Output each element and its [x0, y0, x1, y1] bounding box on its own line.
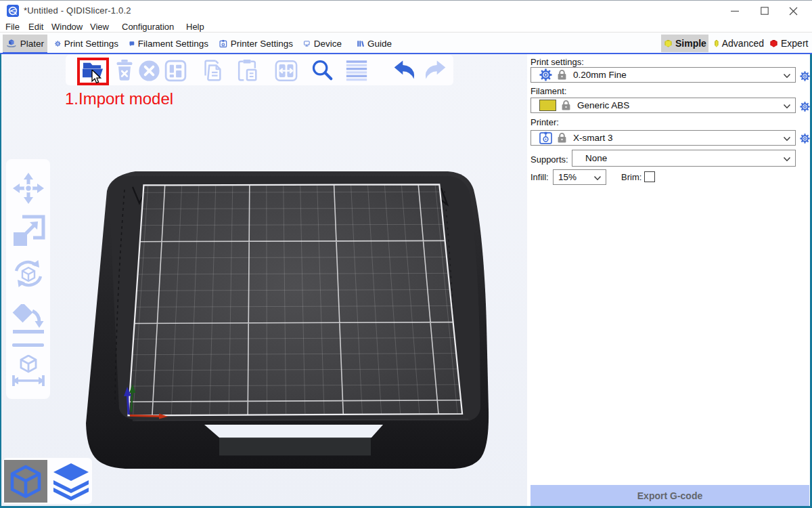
supports-combo[interactable]: None: [572, 150, 796, 167]
redo-icon: [423, 60, 447, 81]
plater-icon: [6, 38, 17, 49]
export-gcode-button[interactable]: Export G-code: [531, 485, 809, 506]
chevron-down-icon: [783, 156, 791, 162]
close-icon: [789, 7, 798, 16]
lock-icon: [561, 100, 571, 111]
mode-expert-icon: [770, 40, 777, 47]
main-area: 1.Import model Print settings: 0.20mm Fi…: [0, 54, 812, 508]
toolbar-delete-all-button[interactable]: [137, 58, 161, 83]
scale-icon: [12, 215, 45, 246]
menu-item-window[interactable]: Window: [51, 22, 83, 32]
delete-icon: [113, 58, 136, 83]
print-settings-icon: [55, 38, 61, 49]
toolbar-redo-button[interactable]: [423, 58, 447, 83]
view-preview-button[interactable]: [50, 460, 92, 503]
measure-icon: [11, 355, 46, 386]
left-toolbar-move-button[interactable]: [11, 173, 46, 204]
infill-combo[interactable]: 15%: [553, 169, 606, 185]
close-button[interactable]: [780, 1, 807, 21]
filament-gear-button[interactable]: [799, 101, 810, 112]
left-toolbar-separator: [12, 343, 44, 347]
gear-icon: [800, 133, 810, 144]
lock-icon: [557, 132, 567, 144]
left-toolbar: [6, 159, 50, 399]
variable-layer-height-icon: [344, 59, 369, 83]
printer-settings-icon: [219, 38, 227, 49]
printer-combo[interactable]: X-smart 3: [531, 130, 796, 146]
chevron-down-icon: [783, 104, 791, 109]
guide-icon: [357, 38, 364, 49]
left-toolbar-measure-button[interactable]: [11, 355, 46, 386]
brim-checkbox[interactable]: [644, 171, 655, 182]
app-icon: [7, 5, 19, 17]
print-settings-combo[interactable]: 0.20mm Fine: [531, 67, 796, 83]
minimize-button[interactable]: [721, 1, 748, 21]
split-to-objects-icon: [274, 59, 298, 83]
toolbar-arrange-button[interactable]: [163, 58, 187, 83]
tab-guide[interactable]: Guide: [353, 35, 395, 53]
gear-icon: [800, 102, 810, 112]
left-toolbar-rotate-button[interactable]: [11, 258, 46, 289]
toolbar-search-button[interactable]: [310, 58, 334, 83]
mouse-cursor: [91, 70, 103, 87]
annotation-step-label: 1.Import model: [65, 89, 173, 108]
menu-item-help[interactable]: Help: [186, 22, 204, 32]
grid-surface: [129, 184, 463, 415]
maximize-button[interactable]: [751, 1, 778, 21]
left-toolbar-scale-button[interactable]: [11, 215, 46, 246]
left-toolbar-place-on-face-button[interactable]: [11, 304, 46, 335]
toolbar-split-to-objects-button[interactable]: [274, 58, 298, 83]
tab-print-settings[interactable]: Print Settings: [51, 35, 122, 53]
mode-expert[interactable]: Expert: [767, 35, 809, 52]
lock-icon: [557, 69, 567, 81]
plate-notch: [204, 425, 383, 438]
undo-icon: [392, 60, 417, 81]
chevron-down-icon: [783, 136, 791, 142]
printer-icon: [539, 131, 552, 144]
tab-device[interactable]: Device: [300, 35, 345, 53]
toolbar-variable-layer-height-button[interactable]: [344, 58, 369, 83]
filament-settings-icon: [129, 38, 135, 49]
infill-label: Infill:: [531, 172, 549, 182]
3d-editor-view-icon: [9, 465, 43, 499]
toolbar-delete-button[interactable]: [112, 58, 137, 83]
delete-all-icon: [137, 59, 161, 83]
tab-plater[interactable]: Plater: [3, 35, 47, 53]
window-title: *Untitled - QIDISlicer-1.0.2: [24, 5, 131, 16]
print-settings-label: Print settings:: [531, 57, 584, 67]
tab-filament-settings[interactable]: Filament Settings: [126, 35, 212, 53]
sidebar-panel: Print settings: 0.20mm Fine Filament: Ge…: [527, 54, 810, 508]
top-toolbar: [66, 55, 453, 85]
paste-icon: [235, 58, 259, 83]
filament-combo[interactable]: Generic ABS: [531, 98, 796, 113]
app-logo-icon: [7, 5, 19, 17]
build-plate-3d[interactable]: [0, 54, 527, 506]
minimize-icon: [731, 7, 739, 15]
chevron-down-icon: [783, 73, 791, 79]
menu-item-file[interactable]: File: [5, 22, 20, 32]
search-icon: [310, 58, 334, 83]
tab-printer-settings[interactable]: Printer Settings: [216, 35, 296, 53]
mouse-cursor: [91, 70, 103, 85]
mode-simple[interactable]: Simple: [661, 35, 708, 52]
view-mode-bar: [3, 458, 92, 504]
arrange-icon: [164, 59, 187, 83]
plate-handle: [219, 438, 371, 456]
mode-advanced-icon: [715, 40, 719, 47]
menu-item-view[interactable]: View: [90, 22, 109, 32]
toolbar-paste-button[interactable]: [235, 58, 259, 83]
toolbar-copy-button[interactable]: [200, 58, 224, 83]
filament-color-swatch: [539, 100, 556, 111]
menu-item-configuration[interactable]: Configuration: [122, 22, 174, 32]
mode-advanced[interactable]: Advanced: [711, 35, 764, 52]
gear-icon: [539, 68, 552, 81]
supports-label: Supports:: [531, 154, 568, 165]
view-3d-button[interactable]: [4, 460, 47, 503]
copy-icon: [200, 58, 224, 83]
menu-item-edit[interactable]: Edit: [28, 22, 43, 32]
printer-gear-button[interactable]: [799, 133, 810, 144]
3d-viewport[interactable]: 1.Import model: [0, 54, 527, 508]
toolbar-undo-button[interactable]: [392, 58, 417, 83]
print-settings-gear-button[interactable]: [799, 70, 810, 81]
title-bar: *Untitled - QIDISlicer-1.0.2: [0, 0, 812, 20]
